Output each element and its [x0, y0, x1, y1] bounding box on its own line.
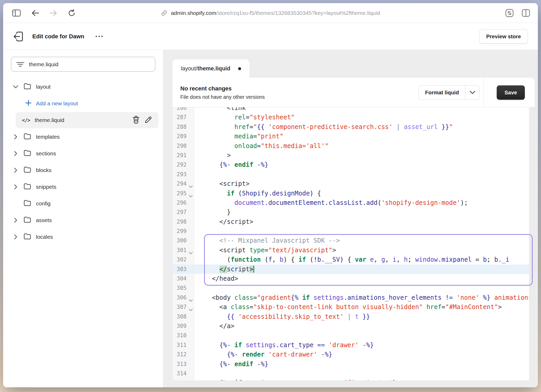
delete-file-icon[interactable]: [132, 116, 140, 125]
line-number: 288: [173, 122, 194, 132]
sidebar-folder-blocks[interactable]: blocks: [3, 162, 163, 179]
sidebar-folder-config[interactable]: config: [3, 195, 163, 212]
reload-icon[interactable]: [68, 9, 76, 17]
code-line[interactable]: [194, 331, 529, 340]
more-actions-icon[interactable]: [96, 36, 103, 37]
chevron-right-icon[interactable]: [13, 234, 19, 240]
chevron-right-icon[interactable]: [13, 168, 19, 173]
tab-theme-liquid[interactable]: layout/theme.liquid: [173, 59, 249, 78]
code-line[interactable]: }: [194, 207, 529, 217]
scrollbar-track[interactable]: [529, 107, 535, 381]
line-number: 301: [173, 246, 194, 255]
code-line[interactable]: <a class="skip-to-content-link button vi…: [194, 302, 529, 312]
sidebar-folder-assets[interactable]: assets: [3, 212, 163, 229]
chevron-right-icon[interactable]: [13, 134, 19, 139]
folder-icon: [23, 150, 31, 158]
line-number: 292: [173, 160, 194, 169]
file-search-input[interactable]: [28, 61, 150, 68]
page-settings-icon[interactable]: [505, 9, 514, 17]
code-content[interactable]: <link rel="stylesheet" href="{{ 'compone…: [194, 107, 529, 381]
code-line[interactable]: </script>: [194, 217, 529, 226]
chevron-right-icon[interactable]: [13, 218, 19, 223]
code-line[interactable]: [194, 226, 529, 236]
header-divider: [483, 78, 484, 107]
save-button[interactable]: Save: [497, 85, 525, 100]
line-number: 293: [173, 170, 194, 179]
code-line[interactable]: {%- endif -%}: [194, 160, 529, 169]
code-line[interactable]: </head>: [194, 274, 529, 283]
status-subtitle: File does not have any other versions: [180, 94, 265, 100]
line-number: 298: [173, 217, 194, 226]
line-number: 314: [173, 369, 194, 378]
folder-icon: [23, 233, 31, 241]
code-line[interactable]: <link: [194, 107, 529, 113]
preview-store-button[interactable]: Preview store: [479, 29, 528, 44]
tab-dir-label: layout/: [181, 65, 197, 72]
forward-icon[interactable]: [50, 10, 57, 16]
code-line[interactable]: media="print": [194, 132, 529, 141]
code-line[interactable]: [194, 369, 529, 378]
code-line[interactable]: </a>: [194, 321, 529, 331]
line-number: 305: [173, 283, 194, 293]
line-number: 286: [173, 107, 194, 113]
code-line[interactable]: rel="stylesheet": [194, 113, 529, 122]
editor-area: layout/theme.liquid No recent changes Fi…: [163, 50, 538, 387]
code-line[interactable]: (function (f, b) { if (!b.__SV) { var e,…: [194, 255, 529, 264]
status-title: No recent changes: [180, 85, 265, 92]
filter-icon: [16, 62, 24, 67]
code-line[interactable]: {%- if settings.cart_type == 'drawer' -%…: [194, 340, 529, 350]
code-line[interactable]: <!-- Mixpanel Javascript SDK -->: [194, 236, 529, 245]
sidebar-folder-locales[interactable]: locales: [3, 229, 163, 245]
folder-label: sections: [36, 150, 56, 157]
split-view-icon[interactable]: [522, 9, 530, 17]
chevron-right-icon[interactable]: [13, 184, 19, 189]
code-line[interactable]: {{ 'accessibility.skip_to_text' | t }}: [194, 312, 529, 321]
address-bar[interactable]: admin.shopify.com/store/rzq1xu-f5/themes…: [161, 3, 380, 23]
add-new-layout-link[interactable]: Add a new layout: [3, 95, 163, 112]
sidebar-folder-snippets[interactable]: snippets: [3, 179, 163, 195]
sidebar-folder-templates[interactable]: templates: [3, 128, 163, 145]
code-line[interactable]: onload="this.media='all'": [194, 141, 529, 151]
sidebar-folder-layout[interactable]: layout: [3, 78, 163, 95]
code-line[interactable]: {%- endif -%}: [194, 359, 529, 369]
folder-icon: [23, 183, 31, 191]
code-line[interactable]: document.documentElement.classList.add('…: [194, 198, 529, 207]
format-options-toggle[interactable]: [465, 85, 479, 100]
folder-icon: [23, 200, 31, 208]
line-number: 300: [173, 236, 194, 245]
code-line[interactable]: [194, 283, 529, 293]
edit-file-icon[interactable]: [144, 116, 152, 125]
code-line[interactable]: {%- render 'cart-drawer' -%}: [194, 350, 529, 359]
back-icon[interactable]: [31, 10, 39, 16]
code-line[interactable]: [194, 170, 529, 179]
code-line[interactable]: <body class="gradient{% if settings.anim…: [194, 293, 529, 302]
line-number: 311: [173, 340, 194, 350]
sidebar-toggle-icon[interactable]: [12, 9, 21, 17]
chevron-down-icon[interactable]: [13, 85, 19, 89]
page-title: Edit code for Dawn: [32, 33, 84, 40]
folder-label: layout: [36, 84, 51, 90]
file-filter[interactable]: [11, 57, 155, 72]
code-line[interactable]: if (Shopify.designMode) {: [194, 189, 529, 198]
folder-icon: [23, 133, 31, 141]
line-number: 290: [173, 141, 194, 151]
format-liquid-button[interactable]: Format liquid: [419, 85, 479, 100]
code-line[interactable]: <script>: [194, 179, 529, 188]
chevron-right-icon[interactable]: [13, 151, 19, 156]
sidebar-folder-sections[interactable]: sections: [3, 145, 163, 162]
line-number: 295: [173, 189, 194, 198]
line-number: 308: [173, 312, 194, 321]
sidebar-item-theme-liquid[interactable]: </>theme.liquid: [16, 112, 158, 128]
code-line[interactable]: </script>: [194, 265, 529, 274]
code-line[interactable]: <script type="text/javascript">: [194, 246, 529, 255]
exit-icon[interactable]: [13, 32, 23, 41]
line-number: 297: [173, 207, 194, 217]
file-sidebar: layoutAdd a new layout</>theme.liquidtem…: [3, 50, 163, 387]
folder-label: templates: [36, 134, 60, 140]
text-cursor: [254, 266, 254, 273]
code-line[interactable]: >: [194, 151, 529, 160]
line-number: 309: [173, 321, 194, 331]
code-line[interactable]: href="{{ 'component-predictive-search.cs…: [194, 122, 529, 132]
tab-file-label: theme.liquid: [197, 65, 230, 72]
code-line[interactable]: {%- if settings.cart_type == 'notificati…: [194, 378, 529, 381]
